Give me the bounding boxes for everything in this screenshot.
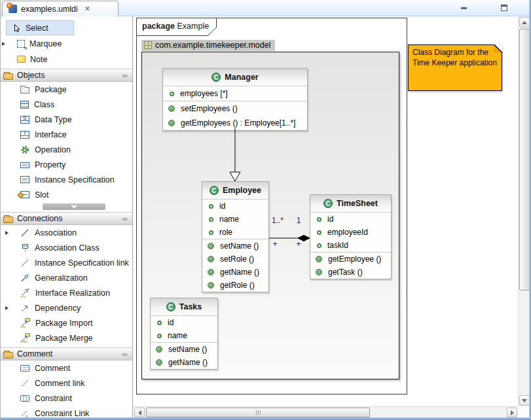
operation-visibility-icon [316, 256, 322, 262]
palette-item-data-type[interactable]: DData Type [1, 112, 132, 127]
association-target-multiplicity[interactable]: 1 [291, 216, 306, 225]
editor-tab-title: examples.umldi [21, 5, 78, 14]
comment-note[interactable]: Class Diagram for the Time Keeper applic… [408, 44, 502, 91]
tool-select[interactable]: Select [6, 20, 74, 35]
attribute-row[interactable]: name [202, 213, 268, 226]
palette-item-constraint[interactable]: Constraint [1, 391, 132, 406]
flyout-arrow-icon[interactable] [5, 306, 9, 310]
close-icon[interactable]: ✕ [84, 5, 90, 13]
package-icon [20, 87, 29, 94]
operation-row[interactable]: getName () [151, 356, 217, 369]
operations-compartment[interactable]: setName () getName () [151, 342, 217, 369]
horizontal-scrollbar[interactable] [134, 406, 518, 417]
attributes-compartment[interactable]: id name [151, 315, 217, 342]
palette-item-interface-realization[interactable]: «I» Interface Realization [1, 285, 132, 300]
svg-text:«I»: «I» [20, 294, 26, 298]
scroll-up-button[interactable] [519, 17, 530, 27]
collapse-icon[interactable]: «» [122, 215, 128, 222]
attributes-compartment[interactable]: employees [*] [163, 86, 307, 101]
operation-row[interactable]: setEmployees () [163, 101, 307, 116]
package-merge-icon: «M» [20, 333, 30, 343]
palette-item-package-import[interactable]: «I» Package Import [1, 315, 132, 330]
vertical-scrollbar-thumb[interactable] [519, 29, 530, 290]
operation-row[interactable]: getEmployees () : Employee[1..*] [163, 116, 307, 130]
palette-item-interface[interactable]: IInterface [1, 127, 132, 142]
class-timesheet[interactable]: TimeSheet id employeeId taskId getEmploy… [310, 194, 392, 279]
flyout-arrow-icon[interactable] [2, 42, 5, 46]
palette-item-package-merge[interactable]: «M» Package Merge [1, 330, 132, 345]
editor-tab[interactable]: examples.umldi ✕ [2, 1, 119, 16]
attribute-row[interactable]: name [151, 329, 217, 342]
attributes-compartment[interactable]: id employeeId taskId [310, 212, 391, 252]
operation-row[interactable]: getName () [202, 266, 268, 279]
attribute-row[interactable]: role [202, 226, 268, 239]
association-target-visibility[interactable]: + [292, 239, 305, 249]
association-source-multiplicity[interactable]: 1..* [266, 216, 289, 225]
palette-item-slot[interactable]: Slot [1, 187, 132, 202]
scroll-left-button[interactable] [134, 408, 145, 417]
palette-item-association-class[interactable]: Association Class [1, 240, 132, 255]
scroll-down-button[interactable] [519, 395, 530, 406]
tool-note[interactable]: Note [6, 52, 128, 67]
attribute-row[interactable]: id [151, 316, 217, 329]
attribute-row[interactable]: id [310, 213, 391, 226]
palette-item-property[interactable]: Property [1, 157, 132, 172]
palette-item-comment-link[interactable]: Comment link [1, 376, 132, 391]
class-manager[interactable]: Manager employees [*] setEmployees () ge… [162, 68, 308, 131]
operation-row[interactable]: getTask () [310, 266, 391, 279]
vertical-scrollbar[interactable] [518, 16, 530, 406]
attribute-row[interactable]: id [202, 200, 268, 213]
palette-item-package[interactable]: Package [1, 82, 132, 97]
palette-item-operation[interactable]: Operation [1, 142, 132, 157]
collapse-icon[interactable]: «» [122, 72, 128, 79]
palette-item-generalization[interactable]: Generalization [1, 270, 132, 285]
attribute-row[interactable]: taskId [310, 239, 391, 252]
note-fold-icon [494, 44, 502, 53]
palette-scroll-down[interactable] [43, 203, 105, 210]
operation-row[interactable]: setName () [202, 239, 268, 253]
class-employee[interactable]: Employee id name role setName () setRole… [202, 181, 269, 292]
folder-icon [3, 352, 13, 359]
operation-row[interactable]: getRole () [202, 279, 268, 292]
minimize-view-button[interactable] [458, 3, 469, 12]
operation-visibility-icon [208, 256, 214, 262]
class-header[interactable]: Tasks [151, 298, 217, 315]
palette-item-instance-specification-link[interactable]: Instance Specification link [1, 255, 132, 270]
papyrus-editor-window: examples.umldi ✕ Select Marquee Note Obj… [0, 0, 531, 420]
palette-item-class[interactable]: Class [1, 97, 132, 112]
package-name-label[interactable]: com.example.timekeeper.model [141, 40, 275, 51]
palette-item-association[interactable]: Association [1, 225, 132, 240]
palette-item-comment[interactable]: Comment [1, 360, 132, 376]
class-name: Tasks [179, 302, 202, 311]
operations-compartment[interactable]: getEmployee () getTask () [310, 252, 391, 279]
operation-row[interactable]: setName () [151, 343, 217, 356]
operation-visibility-icon [316, 269, 322, 275]
class-badge-icon [166, 302, 175, 311]
operations-compartment[interactable]: setEmployees () getEmployees () : Employ… [163, 101, 307, 130]
class-header[interactable]: TimeSheet [310, 195, 391, 212]
maximize-view-button[interactable] [499, 3, 509, 12]
palette-item-instance-specification[interactable]: Instance Specification [1, 172, 132, 187]
attributes-compartment[interactable]: id name role [202, 199, 268, 239]
attribute-row[interactable]: employees [*] [163, 86, 307, 101]
flyout-arrow-icon[interactable] [5, 231, 9, 235]
tool-marquee[interactable]: Marquee [6, 36, 128, 51]
operation-row[interactable]: getEmployee () [310, 253, 391, 266]
class-tasks[interactable]: Tasks id name setName () getName () [150, 298, 218, 370]
section-header-comment[interactable]: Comment «» [1, 347, 132, 360]
diagram-canvas[interactable]: package Example com.example.timekeeper.m… [134, 16, 518, 406]
horizontal-scrollbar-thumb[interactable] [146, 408, 370, 417]
class-header[interactable]: Employee [202, 182, 268, 199]
association-source-visibility[interactable]: + [268, 239, 282, 249]
operations-compartment[interactable]: setName () setRole () getName () getRole… [202, 239, 268, 292]
palette-item-dependency[interactable]: Dependency [1, 300, 132, 315]
constraint-icon [20, 395, 29, 402]
scroll-right-button[interactable] [507, 408, 517, 417]
class-header[interactable]: Manager [163, 69, 307, 86]
section-header-connections[interactable]: Connections «» [1, 212, 132, 225]
section-header-objects[interactable]: Objects «» [1, 69, 132, 82]
class-icon [20, 101, 29, 109]
attribute-row[interactable]: employeeId [310, 226, 391, 239]
operation-row[interactable]: setRole () [202, 253, 268, 266]
collapse-icon[interactable]: «» [122, 351, 128, 358]
